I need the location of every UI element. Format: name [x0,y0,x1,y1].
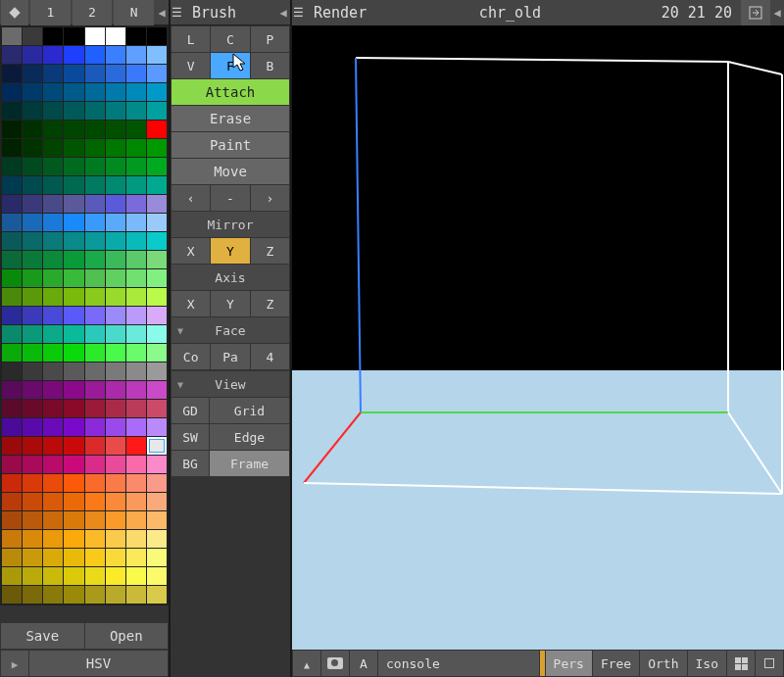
color-swatch[interactable] [126,251,146,268]
color-swatch[interactable] [23,530,42,548]
play-button[interactable] [1,651,28,676]
brush-menu[interactable] [171,0,184,25]
color-swatch[interactable] [23,325,42,343]
color-swatch[interactable] [43,65,63,82]
axis-z[interactable]: Z [251,291,289,316]
color-swatch[interactable] [85,232,105,250]
color-swatch[interactable] [23,567,42,585]
color-swatch[interactable] [2,102,22,120]
color-swatch[interactable] [43,511,63,529]
color-swatch[interactable] [23,307,42,324]
brush-collapse[interactable]: ◀ [276,0,290,25]
color-swatch[interactable] [147,511,167,529]
color-swatch[interactable] [106,586,125,604]
color-swatch[interactable] [43,363,63,380]
color-swatch[interactable] [106,381,125,399]
color-swatch[interactable] [106,27,125,45]
color-swatch[interactable] [85,437,105,455]
color-swatch[interactable] [23,511,42,529]
quad-view-button[interactable] [727,651,755,676]
color-swatch[interactable] [147,158,167,175]
color-swatch[interactable] [43,493,63,510]
color-swatch[interactable] [43,195,63,213]
color-swatch[interactable] [85,511,105,529]
color-swatch[interactable] [2,493,22,510]
color-swatch[interactable] [23,418,42,436]
color-swatch[interactable] [43,418,63,436]
color-swatch[interactable] [23,456,42,473]
color-swatch[interactable] [43,158,63,175]
color-swatch[interactable] [23,65,42,82]
color-swatch[interactable] [85,102,105,120]
free-button[interactable]: Free [593,651,639,676]
color-swatch[interactable] [126,214,146,231]
color-swatch[interactable] [43,400,63,417]
open-button[interactable]: Open [85,623,169,649]
up-button[interactable] [293,651,320,676]
color-swatch[interactable] [106,214,125,231]
color-swatch[interactable] [106,121,125,138]
axis-y[interactable]: Y [211,291,249,316]
color-swatch[interactable] [64,325,83,343]
color-swatch[interactable] [23,381,42,399]
view-edge[interactable]: Edge [210,424,289,450]
move-button[interactable]: Move [172,159,289,184]
attach-button[interactable]: Attach [172,79,289,105]
color-swatch[interactable] [64,251,83,268]
color-swatch[interactable] [85,456,105,473]
view-header[interactable]: ▼View [172,371,289,397]
color-swatch[interactable] [147,456,167,473]
color-swatch[interactable] [43,344,63,362]
color-swatch[interactable] [23,400,42,417]
color-swatch[interactable] [106,232,125,250]
color-swatch[interactable] [147,586,167,604]
color-swatch[interactable] [85,474,105,492]
color-swatch[interactable] [126,158,146,175]
color-swatch[interactable] [23,232,42,250]
color-swatch[interactable] [126,363,146,380]
color-swatch[interactable] [23,437,42,455]
color-swatch[interactable] [147,176,167,194]
color-swatch[interactable] [126,65,146,82]
color-swatch[interactable] [43,232,63,250]
color-swatch[interactable] [126,269,146,287]
color-swatch[interactable] [64,195,83,213]
brush-l[interactable]: L [172,26,210,52]
orth-button[interactable]: Orth [640,651,686,676]
camera-button[interactable] [321,651,349,676]
color-swatch[interactable] [64,102,83,120]
mirror-z[interactable]: Z [251,238,289,264]
save-button[interactable]: Save [1,623,84,649]
color-swatch[interactable] [106,549,125,566]
color-swatch[interactable] [43,27,63,45]
color-swatch[interactable] [85,567,105,585]
color-swatch[interactable] [147,363,167,380]
color-swatch[interactable] [64,83,83,101]
brush-f[interactable]: F [211,53,249,78]
color-swatch[interactable] [64,65,83,82]
color-swatch[interactable] [106,530,125,548]
color-swatch[interactable] [126,176,146,194]
color-swatch[interactable] [106,46,125,64]
color-swatch[interactable] [147,269,167,287]
color-swatch[interactable] [85,493,105,510]
color-swatch[interactable] [64,269,83,287]
color-swatch[interactable] [64,214,83,231]
color-swatch[interactable] [64,363,83,380]
color-swatch[interactable] [43,288,63,306]
color-swatch[interactable] [64,511,83,529]
color-swatch[interactable] [147,325,167,343]
color-swatch[interactable] [106,102,125,120]
color-swatch[interactable] [64,139,83,157]
color-swatch[interactable] [85,251,105,268]
face-pa[interactable]: Pa [211,344,249,369]
brush-b[interactable]: B [251,53,289,78]
nav-next[interactable]: › [251,185,289,211]
color-swatch[interactable] [126,195,146,213]
color-swatch[interactable] [126,46,146,64]
color-swatch[interactable] [43,46,63,64]
color-swatch[interactable] [23,102,42,120]
color-swatch[interactable] [147,65,167,82]
color-swatch[interactable] [64,288,83,306]
color-swatch[interactable] [147,493,167,510]
